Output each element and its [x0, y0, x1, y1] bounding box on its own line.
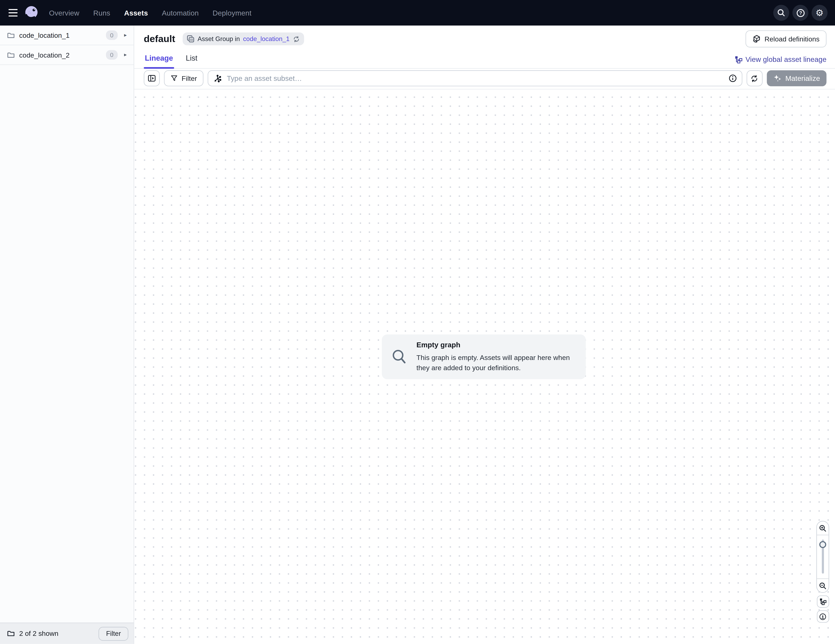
- chevron-right-icon[interactable]: ▸: [122, 33, 129, 38]
- primary-nav: Overview Runs Assets Automation Deployme…: [49, 9, 252, 17]
- asset-subset-input-wrap: [208, 70, 742, 86]
- view-global-asset-lineage-link[interactable]: View global asset lineage: [735, 55, 827, 68]
- materialize-sparkle-icon: [773, 74, 782, 83]
- tabs-bar: Lineage List View global asset lineage: [134, 49, 835, 69]
- folder-icon: [7, 630, 15, 637]
- nav-item-automation[interactable]: Automation: [162, 9, 199, 17]
- zoom-slider[interactable]: [817, 535, 829, 579]
- chevron-right-icon[interactable]: ▸: [122, 52, 129, 58]
- zoom-in-icon: [819, 524, 827, 532]
- lineage-graph-icon: [819, 598, 826, 605]
- sidebar-item-label: code_location_1: [19, 31, 70, 39]
- zoom-pill: [816, 521, 829, 593]
- dagster-logo-icon[interactable]: [23, 4, 41, 22]
- zoom-in-button[interactable]: [817, 522, 829, 535]
- help-button[interactable]: ?: [792, 5, 808, 21]
- empty-graph-card: Empty graph This graph is empty. Assets …: [382, 335, 586, 379]
- main-panel: default Asset Group in code_location_1: [134, 26, 835, 644]
- sidebar-footer: 2 of 2 shown Filter: [0, 623, 134, 644]
- code-location-link[interactable]: code_location_1: [243, 35, 289, 43]
- subset-syntax-info-button[interactable]: [728, 74, 737, 83]
- funnel-icon: [171, 75, 178, 82]
- sidebar-filter-button[interactable]: Filter: [99, 627, 128, 641]
- nav-item-deployment[interactable]: Deployment: [213, 9, 252, 17]
- sidebar-item-code-location-1[interactable]: code_location_1 0 ▸: [0, 26, 134, 46]
- empty-graph-texts: Empty graph This graph is empty. Assets …: [416, 341, 573, 373]
- reload-definitions-icon: [752, 35, 761, 43]
- app-root: Overview Runs Assets Automation Deployme…: [0, 0, 835, 644]
- op-selector-icon: [214, 74, 221, 82]
- zoom-out-button[interactable]: [817, 579, 829, 592]
- fit-graph-button[interactable]: [817, 595, 829, 608]
- page-header: default Asset Group in code_location_1: [134, 26, 835, 49]
- folder-icon: [7, 51, 15, 59]
- search-button[interactable]: [773, 5, 789, 21]
- graph-filter-label: Filter: [182, 74, 197, 82]
- asset-subset-input[interactable]: [226, 74, 723, 83]
- settings-button[interactable]: ⚙: [812, 5, 827, 21]
- top-navbar: Overview Runs Assets Automation Deployme…: [0, 0, 835, 26]
- search-icon: [777, 8, 786, 17]
- lineage-graph-icon: [735, 56, 742, 63]
- nav-item-runs[interactable]: Runs: [93, 9, 110, 17]
- open-panel-button[interactable]: [144, 70, 160, 86]
- refresh-graph-button[interactable]: [746, 70, 762, 86]
- page-title: default: [144, 33, 175, 44]
- info-icon: [728, 74, 737, 83]
- asset-count-badge: 0: [106, 30, 118, 40]
- asset-groups-sidebar: code_location_1 0 ▸ code_location_2 0 ▸ …: [0, 26, 134, 644]
- tab-list[interactable]: List: [185, 54, 198, 68]
- download-image-button[interactable]: [817, 610, 829, 623]
- panel-toggle-icon: [148, 74, 156, 83]
- folder-icon: [7, 31, 15, 39]
- magnifier-icon: [392, 349, 407, 365]
- sidebar-item-code-location-2[interactable]: code_location_2 0 ▸: [0, 46, 134, 65]
- empty-graph-message: This graph is empty. Assets will appear …: [416, 352, 573, 373]
- materialize-button[interactable]: Materialize: [767, 70, 827, 86]
- graph-filter-button[interactable]: Filter: [164, 70, 203, 86]
- zoom-out-icon: [819, 582, 827, 589]
- graph-zoom-controls: [816, 521, 829, 623]
- view-global-asset-lineage-label: View global asset lineage: [746, 55, 827, 63]
- hamburger-menu-icon[interactable]: [6, 7, 19, 19]
- nav-item-assets[interactable]: Assets: [124, 9, 148, 17]
- sync-icon: [751, 74, 759, 82]
- reload-definitions-label: Reload definitions: [765, 35, 820, 43]
- asset-group-tag-text: Asset Group in: [198, 35, 240, 43]
- zoom-slider-knob[interactable]: [819, 541, 826, 548]
- reload-definitions-button[interactable]: Reload definitions: [746, 31, 827, 47]
- asset-group-tag[interactable]: Asset Group in code_location_1: [183, 33, 304, 46]
- sidebar-item-label: code_location_2: [19, 51, 70, 59]
- empty-graph-title: Empty graph: [416, 341, 573, 348]
- refresh-icon: [293, 35, 300, 42]
- materialize-label: Materialize: [785, 74, 820, 82]
- help-icon: ?: [796, 8, 805, 17]
- svg-text:?: ?: [799, 10, 802, 16]
- download-icon: [819, 613, 827, 620]
- lineage-toolbar: Filter: [134, 68, 835, 89]
- shown-count-label: 2 of 2 shown: [19, 630, 58, 637]
- lineage-graph-canvas[interactable]: Empty graph This graph is empty. Assets …: [134, 89, 835, 644]
- tab-lineage[interactable]: Lineage: [144, 54, 174, 68]
- asset-count-badge: 0: [106, 50, 118, 60]
- asset-group-icon: [187, 35, 195, 43]
- app-body: code_location_1 0 ▸ code_location_2 0 ▸ …: [0, 26, 835, 644]
- nav-item-overview[interactable]: Overview: [49, 9, 80, 17]
- gear-icon: ⚙: [816, 8, 824, 17]
